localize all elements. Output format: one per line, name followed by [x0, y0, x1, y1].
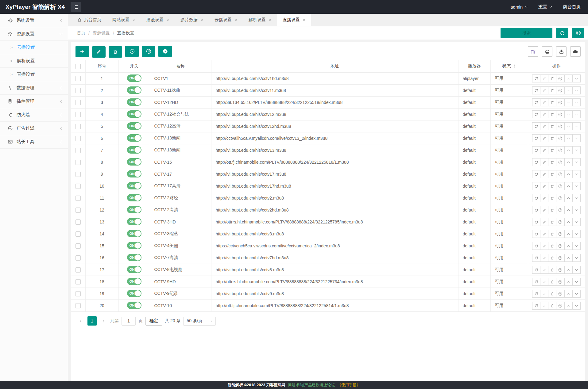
columns-button[interactable] [528, 46, 538, 57]
upload-button[interactable] [570, 46, 581, 57]
row-delete-button[interactable] [548, 158, 556, 166]
prev-page-button[interactable] [77, 316, 85, 326]
row-edit-button[interactable] [540, 86, 548, 94]
row-move-down-button[interactable] [572, 134, 581, 142]
row-move-down-button[interactable] [572, 74, 581, 82]
row-edit-button[interactable] [540, 182, 548, 190]
row-move-up-button[interactable] [564, 86, 573, 94]
row-to-top-button[interactable] [556, 146, 564, 154]
row-refresh-button[interactable] [532, 266, 540, 274]
row-to-top-button[interactable] [556, 266, 564, 274]
row-move-down-button[interactable] [572, 206, 581, 214]
menu-toggle-button[interactable] [71, 2, 81, 12]
row-refresh-button[interactable] [532, 134, 540, 142]
row-edit-button[interactable] [540, 278, 548, 286]
row-to-top-button[interactable] [556, 290, 564, 298]
row-move-up-button[interactable] [564, 146, 573, 154]
row-move-up-button[interactable] [564, 230, 573, 238]
row-edit-button[interactable] [540, 170, 548, 178]
sidebar-item-adfilter[interactable]: 广告过滤 [0, 122, 68, 135]
row-move-down-button[interactable] [572, 194, 581, 202]
row-edit-button[interactable] [540, 266, 548, 274]
row-to-top-button[interactable] [556, 230, 564, 238]
tab-home[interactable]: 后台首页 [72, 14, 107, 26]
row-refresh-button[interactable] [532, 146, 540, 154]
row-refresh-button[interactable] [532, 98, 540, 106]
tab-close-icon[interactable] [268, 18, 272, 22]
row-move-down-button[interactable] [572, 242, 581, 250]
row-move-up-button[interactable] [564, 74, 573, 82]
row-switch-toggle[interactable]: ON [127, 254, 141, 261]
row-switch-toggle[interactable]: ON [127, 98, 141, 106]
row-switch-toggle[interactable]: ON [127, 218, 141, 225]
row-checkbox[interactable] [75, 255, 81, 261]
row-checkbox[interactable] [75, 243, 81, 249]
row-move-down-button[interactable] [572, 230, 581, 238]
row-checkbox[interactable] [75, 303, 81, 308]
current-page-button[interactable]: 1 [87, 316, 97, 326]
row-refresh-button[interactable] [532, 278, 540, 286]
row-edit-button[interactable] [540, 122, 548, 130]
row-refresh-button[interactable] [532, 74, 540, 82]
row-move-up-button[interactable] [564, 110, 573, 118]
row-move-down-button[interactable] [572, 158, 581, 166]
row-switch-toggle[interactable]: ON [127, 266, 141, 273]
select-all-checkbox[interactable] [75, 64, 81, 69]
row-edit-button[interactable] [540, 218, 548, 226]
row-switch-toggle[interactable]: ON [127, 134, 141, 142]
edit-button[interactable] [92, 46, 106, 58]
row-delete-button[interactable] [548, 290, 556, 298]
row-switch-toggle[interactable]: ON [127, 86, 141, 94]
sidebar-item-webmaster[interactable]: 站长工具 [0, 135, 68, 149]
play-button[interactable] [125, 46, 139, 57]
row-switch-toggle[interactable]: ON [127, 242, 141, 249]
row-to-top-button[interactable] [556, 254, 564, 262]
row-switch-toggle[interactable]: ON [127, 158, 141, 166]
sort-icon[interactable] [513, 64, 516, 68]
row-move-down-button[interactable] [572, 290, 581, 298]
row-move-down-button[interactable] [572, 86, 581, 94]
row-to-top-button[interactable] [556, 134, 564, 142]
row-delete-button[interactable] [548, 170, 556, 178]
row-to-top-button[interactable] [556, 242, 564, 250]
tab-cloud[interactable]: 云播设置 [209, 14, 243, 26]
row-delete-button[interactable] [548, 122, 556, 130]
row-checkbox[interactable] [75, 291, 81, 296]
row-edit-button[interactable] [540, 110, 548, 118]
sidebar-item-plugin[interactable]: 插件管理 [0, 95, 68, 108]
row-move-down-button[interactable] [572, 266, 581, 274]
tab-close-icon[interactable] [166, 18, 169, 22]
row-delete-button[interactable] [548, 278, 556, 286]
row-edit-button[interactable] [540, 146, 548, 154]
row-move-up-button[interactable] [564, 194, 573, 202]
row-checkbox[interactable] [75, 279, 81, 284]
row-delete-button[interactable] [548, 254, 556, 262]
row-refresh-button[interactable] [532, 110, 540, 118]
row-refresh-button[interactable] [532, 302, 540, 310]
row-checkbox[interactable] [75, 196, 81, 201]
row-to-top-button[interactable] [556, 122, 564, 130]
row-delete-button[interactable] [548, 86, 556, 94]
row-switch-toggle[interactable]: ON [127, 290, 141, 297]
breadcrumb-item-1[interactable]: 资源设置 [93, 30, 110, 36]
breadcrumb-item-0[interactable]: 首页 [77, 30, 85, 36]
sidebar-subitem-parse[interactable]: > 解析设置 [0, 54, 68, 68]
sidebar-item-firewall[interactable]: 防火墙 [0, 108, 68, 122]
row-edit-button[interactable] [540, 74, 548, 82]
sidebar-subitem-cloudplay[interactable]: > 云播设置 [0, 41, 68, 54]
row-move-down-button[interactable] [572, 218, 581, 226]
row-move-up-button[interactable] [564, 278, 573, 286]
row-switch-toggle[interactable]: ON [127, 206, 141, 213]
refresh-button[interactable] [556, 28, 568, 38]
row-to-top-button[interactable] [556, 182, 564, 190]
row-edit-button[interactable] [540, 206, 548, 214]
row-checkbox[interactable] [75, 124, 81, 129]
tab-play[interactable]: 播放设置 [141, 14, 175, 26]
pause-button[interactable] [142, 46, 155, 57]
tab-close-icon[interactable] [200, 18, 203, 22]
row-checkbox[interactable] [75, 112, 81, 117]
row-delete-button[interactable] [548, 146, 556, 154]
row-move-up-button[interactable] [564, 170, 573, 178]
tab-close-icon[interactable] [132, 18, 135, 22]
export-button[interactable] [556, 46, 567, 57]
